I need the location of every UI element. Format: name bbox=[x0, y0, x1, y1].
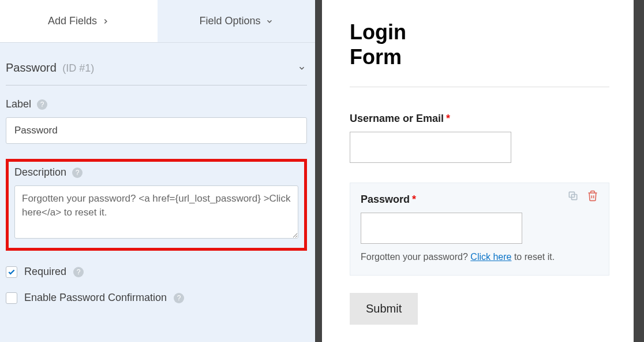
chevron-right-icon bbox=[102, 17, 110, 25]
form-title: Login Form bbox=[350, 20, 609, 69]
duplicate-icon[interactable] bbox=[567, 190, 579, 202]
tab-field-options-label: Field Options bbox=[199, 15, 260, 27]
password-label: Password bbox=[361, 194, 410, 205]
label-heading: Label bbox=[6, 98, 31, 110]
help-icon[interactable]: ? bbox=[73, 267, 84, 277]
trash-icon[interactable] bbox=[587, 190, 598, 202]
username-label: Username or Email bbox=[350, 113, 444, 124]
tab-add-fields-label: Add Fields bbox=[48, 15, 97, 27]
required-star: * bbox=[412, 194, 416, 205]
password-field-block[interactable]: Password* Forgotten your password? Click… bbox=[350, 183, 609, 276]
tab-field-options[interactable]: Field Options bbox=[158, 0, 315, 42]
required-label: Required bbox=[24, 266, 66, 278]
required-checkbox[interactable] bbox=[6, 266, 17, 278]
username-input[interactable] bbox=[350, 132, 511, 163]
password-hint: Forgotten your password? Click here to r… bbox=[361, 252, 598, 262]
tab-add-fields[interactable]: Add Fields bbox=[0, 0, 158, 42]
required-star: * bbox=[446, 113, 450, 124]
description-textarea[interactable]: Forgotten your password? <a href={url_lo… bbox=[14, 185, 298, 239]
chevron-down-icon bbox=[265, 17, 274, 25]
help-icon[interactable]: ? bbox=[174, 293, 184, 303]
confirm-label: Enable Password Confirmation bbox=[24, 292, 167, 304]
field-id: (ID #1) bbox=[62, 62, 94, 74]
form-preview: Login Form Username or Email* Password* … bbox=[322, 0, 634, 342]
label-input[interactable] bbox=[6, 117, 307, 144]
reset-link[interactable]: Click here bbox=[470, 252, 511, 262]
help-icon[interactable]: ? bbox=[37, 99, 47, 110]
field-title: Password bbox=[6, 61, 57, 74]
password-input[interactable] bbox=[361, 213, 522, 244]
description-heading: Description bbox=[14, 166, 66, 179]
help-icon[interactable]: ? bbox=[72, 168, 83, 178]
submit-button[interactable]: Submit bbox=[350, 293, 418, 325]
chevron-down-icon bbox=[298, 64, 306, 72]
field-header-toggle[interactable]: Password (ID #1) bbox=[6, 55, 307, 86]
divider bbox=[350, 87, 609, 87]
confirm-checkbox[interactable] bbox=[6, 292, 17, 304]
description-highlight: Description ? Forgotten your password? <… bbox=[6, 159, 307, 251]
